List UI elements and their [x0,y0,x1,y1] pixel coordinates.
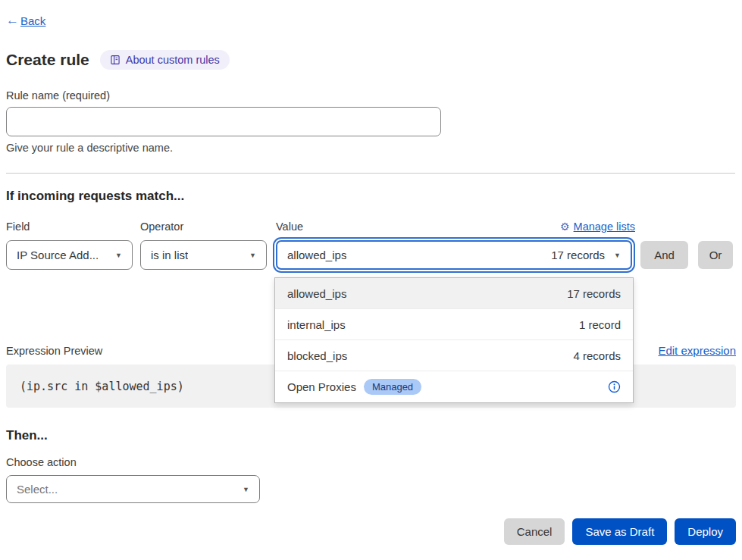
value-select-value: allowed_ips [287,249,346,261]
edit-expression-link[interactable]: Edit expression [658,344,736,357]
cancel-button[interactable]: Cancel [504,518,565,545]
operator-select-value: is in list [151,249,188,261]
rule-name-input[interactable] [6,107,441,136]
list-dropdown-menu: allowed_ips 17 records internal_ips 1 re… [274,277,634,403]
list-item-name: blocked_ips [287,349,347,362]
back-link-label: Back [20,14,45,27]
create-rule-page: ← Back Create rule About custom rules Ru… [0,0,742,560]
manage-lists-label: Manage lists [574,221,635,233]
about-custom-rules-link[interactable]: About custom rules [100,50,230,70]
title-row: Create rule About custom rules [6,50,230,70]
then-section-heading: Then... [6,428,48,443]
list-item-record-count: 17 records [567,287,621,300]
book-icon [110,55,121,65]
expression-preview-label: Expression Preview [6,345,102,357]
back-link[interactable]: ← Back [6,13,45,28]
back-arrow-icon: ← [6,13,19,28]
info-icon[interactable] [608,380,621,393]
chevron-down-icon: ▼ [614,252,621,259]
action-select-placeholder: Select... [17,483,58,496]
list-item-record-count: 1 record [579,318,621,331]
list-item-blocked-ips[interactable]: blocked_ips 4 records [275,340,633,371]
managed-badge: Managed [364,379,421,395]
footer-buttons: Cancel Save as Draft Deploy [504,518,736,545]
value-select-records-count: 17 records [551,249,605,261]
deploy-button[interactable]: Deploy [675,518,736,545]
list-item-name: allowed_ips [287,287,346,300]
page-title: Create rule [6,51,89,69]
field-label: Field [6,221,30,233]
list-item-record-count: 4 records [573,349,621,362]
value-label: Value [276,221,303,233]
chevron-down-icon: ▼ [249,252,256,259]
manage-lists-link[interactable]: ⚙ Manage lists [553,221,635,233]
field-select-value: IP Source Add... [17,249,99,261]
chevron-down-icon: ▼ [115,252,122,259]
match-section-heading: If incoming requests match... [6,189,184,204]
operator-select[interactable]: is in list ▼ [140,240,267,270]
value-select[interactable]: allowed_ips 17 records ▼ [276,240,632,270]
list-item-allowed-ips[interactable]: allowed_ips 17 records [275,278,633,309]
list-item-name: internal_ips [287,318,346,331]
save-as-draft-button[interactable]: Save as Draft [572,518,667,545]
expression-code: (ip.src in $allowed_ips) [20,380,184,393]
and-button[interactable]: And [640,241,688,269]
operator-label: Operator [140,221,183,233]
or-button[interactable]: Or [698,241,733,269]
gear-icon: ⚙ [560,221,570,233]
section-divider [6,173,735,174]
chevron-down-icon: ▼ [243,486,249,493]
choose-action-label: Choose action [6,456,77,468]
action-select[interactable]: Select... ▼ [6,475,260,503]
list-item-internal-ips[interactable]: internal_ips 1 record [275,309,633,340]
list-item-open-proxies[interactable]: Open Proxies Managed [275,371,633,402]
about-badge-label: About custom rules [126,54,220,66]
rule-name-helper-text: Give your rule a descriptive name. [6,142,173,154]
rule-name-label: Rule name (required) [6,89,110,102]
list-item-name: Open Proxies [287,380,356,393]
field-select[interactable]: IP Source Add... ▼ [6,240,133,270]
